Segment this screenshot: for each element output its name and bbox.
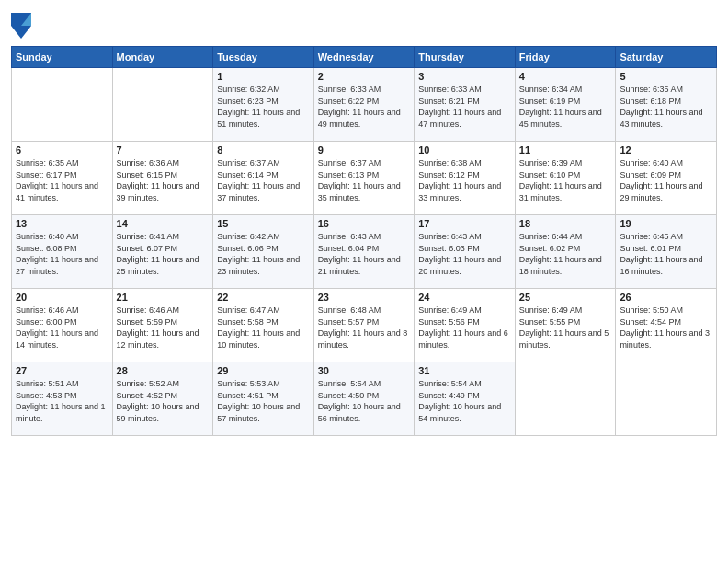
calendar-cell: 5Sunrise: 6:35 AMSunset: 6:18 PMDaylight… [616,68,717,142]
day-detail: Sunrise: 6:35 AMSunset: 6:18 PMDaylight:… [620,84,712,130]
day-of-week-header: Friday [515,47,616,68]
day-detail: Sunrise: 6:38 AMSunset: 6:12 PMDaylight:… [418,157,511,203]
day-number: 1 [217,71,310,82]
day-number: 3 [418,71,511,82]
day-number: 17 [418,218,511,229]
day-number: 20 [16,292,108,303]
calendar-cell: 13Sunrise: 6:40 AMSunset: 6:08 PMDayligh… [12,215,113,289]
day-number: 5 [620,71,712,82]
calendar-cell: 21Sunrise: 6:46 AMSunset: 5:59 PMDayligh… [112,289,213,362]
day-number: 13 [16,218,108,229]
calendar-cell: 6Sunrise: 6:35 AMSunset: 6:17 PMDaylight… [12,142,113,215]
calendar-cell: 17Sunrise: 6:43 AMSunset: 6:03 PMDayligh… [415,215,516,289]
calendar-cell: 18Sunrise: 6:44 AMSunset: 6:02 PMDayligh… [515,215,616,289]
day-detail: Sunrise: 6:46 AMSunset: 5:59 PMDaylight:… [117,304,210,350]
day-number: 12 [620,144,712,155]
day-detail: Sunrise: 6:34 AMSunset: 6:19 PMDaylight:… [519,84,612,130]
day-detail: Sunrise: 5:54 AMSunset: 4:49 PMDaylight:… [418,378,511,424]
calendar-header: SundayMondayTuesdayWednesdayThursdayFrid… [12,47,717,68]
day-of-week-header: Saturday [616,47,717,68]
calendar-cell: 14Sunrise: 6:41 AMSunset: 6:07 PMDayligh… [112,215,213,289]
calendar-cell: 20Sunrise: 6:46 AMSunset: 6:00 PMDayligh… [12,289,113,362]
calendar-cell: 27Sunrise: 5:51 AMSunset: 4:53 PMDayligh… [12,362,113,436]
day-number: 7 [117,144,210,155]
day-detail: Sunrise: 6:41 AMSunset: 6:07 PMDaylight:… [117,231,210,277]
calendar-cell [12,68,113,142]
calendar-cell: 30Sunrise: 5:54 AMSunset: 4:50 PMDayligh… [313,362,415,436]
day-number: 4 [519,71,612,82]
day-number: 30 [318,365,411,376]
calendar-cell: 11Sunrise: 6:39 AMSunset: 6:10 PMDayligh… [515,142,616,215]
day-of-week-header: Wednesday [313,47,415,68]
header-row: SundayMondayTuesdayWednesdayThursdayFrid… [12,47,717,68]
day-detail: Sunrise: 6:44 AMSunset: 6:02 PMDaylight:… [519,231,612,277]
calendar-cell: 22Sunrise: 6:47 AMSunset: 5:58 PMDayligh… [213,289,314,362]
day-detail: Sunrise: 6:37 AMSunset: 6:14 PMDaylight:… [217,157,310,203]
day-detail: Sunrise: 6:47 AMSunset: 5:58 PMDaylight:… [217,304,310,350]
day-number: 2 [318,71,411,82]
calendar-week-row: 13Sunrise: 6:40 AMSunset: 6:08 PMDayligh… [12,215,717,289]
day-detail: Sunrise: 6:33 AMSunset: 6:22 PMDaylight:… [318,84,411,130]
calendar-body: 1Sunrise: 6:32 AMSunset: 6:23 PMDaylight… [12,68,717,436]
day-number: 10 [418,144,511,155]
calendar-cell: 28Sunrise: 5:52 AMSunset: 4:52 PMDayligh… [112,362,213,436]
day-detail: Sunrise: 5:52 AMSunset: 4:52 PMDaylight:… [117,378,210,424]
day-of-week-header: Sunday [12,47,113,68]
day-number: 21 [117,292,210,303]
calendar-cell: 3Sunrise: 6:33 AMSunset: 6:21 PMDaylight… [415,68,516,142]
calendar-week-row: 6Sunrise: 6:35 AMSunset: 6:17 PMDaylight… [12,142,717,215]
calendar-cell: 23Sunrise: 6:48 AMSunset: 5:57 PMDayligh… [313,289,415,362]
day-number: 19 [620,218,712,229]
day-number: 24 [418,292,511,303]
day-of-week-header: Monday [112,47,213,68]
calendar-week-row: 27Sunrise: 5:51 AMSunset: 4:53 PMDayligh… [12,362,717,436]
day-number: 16 [318,218,411,229]
day-number: 9 [318,144,411,155]
calendar-cell [112,68,213,142]
calendar-cell: 2Sunrise: 6:33 AMSunset: 6:22 PMDaylight… [313,68,415,142]
day-of-week-header: Thursday [415,47,516,68]
day-detail: Sunrise: 6:48 AMSunset: 5:57 PMDaylight:… [318,304,411,350]
calendar-cell: 12Sunrise: 6:40 AMSunset: 6:09 PMDayligh… [616,142,717,215]
day-number: 29 [217,365,310,376]
logo-icon [11,13,31,39]
calendar-cell: 24Sunrise: 6:49 AMSunset: 5:56 PMDayligh… [415,289,516,362]
calendar-cell: 10Sunrise: 6:38 AMSunset: 6:12 PMDayligh… [415,142,516,215]
calendar-cell: 26Sunrise: 5:50 AMSunset: 4:54 PMDayligh… [616,289,717,362]
day-detail: Sunrise: 6:49 AMSunset: 5:56 PMDaylight:… [418,304,511,350]
day-number: 14 [117,218,210,229]
day-number: 22 [217,292,310,303]
day-number: 18 [519,218,612,229]
calendar-container: SundayMondayTuesdayWednesdayThursdayFrid… [0,0,728,563]
day-detail: Sunrise: 5:50 AMSunset: 4:54 PMDaylight:… [620,304,712,350]
calendar-cell: 4Sunrise: 6:34 AMSunset: 6:19 PMDaylight… [515,68,616,142]
day-number: 25 [519,292,612,303]
calendar-week-row: 1Sunrise: 6:32 AMSunset: 6:23 PMDaylight… [12,68,717,142]
day-detail: Sunrise: 6:49 AMSunset: 5:55 PMDaylight:… [519,304,612,350]
calendar-cell: 1Sunrise: 6:32 AMSunset: 6:23 PMDaylight… [213,68,314,142]
day-detail: Sunrise: 6:37 AMSunset: 6:13 PMDaylight:… [318,157,411,203]
day-number: 8 [217,144,310,155]
day-detail: Sunrise: 6:36 AMSunset: 6:15 PMDaylight:… [117,157,210,203]
day-number: 27 [16,365,108,376]
day-number: 11 [519,144,612,155]
day-number: 15 [217,218,310,229]
day-detail: Sunrise: 6:43 AMSunset: 6:04 PMDaylight:… [318,231,411,277]
day-detail: Sunrise: 6:33 AMSunset: 6:21 PMDaylight:… [418,84,511,130]
day-number: 28 [117,365,210,376]
logo [11,13,35,39]
day-detail: Sunrise: 6:32 AMSunset: 6:23 PMDaylight:… [217,84,310,130]
day-detail: Sunrise: 6:35 AMSunset: 6:17 PMDaylight:… [16,157,108,203]
day-detail: Sunrise: 6:45 AMSunset: 6:01 PMDaylight:… [620,231,712,277]
day-detail: Sunrise: 6:43 AMSunset: 6:03 PMDaylight:… [418,231,511,277]
calendar-cell [616,362,717,436]
day-of-week-header: Tuesday [213,47,314,68]
calendar-cell: 19Sunrise: 6:45 AMSunset: 6:01 PMDayligh… [616,215,717,289]
day-number: 23 [318,292,411,303]
header [11,9,717,39]
calendar-cell: 8Sunrise: 6:37 AMSunset: 6:14 PMDaylight… [213,142,314,215]
calendar-cell: 31Sunrise: 5:54 AMSunset: 4:49 PMDayligh… [415,362,516,436]
day-detail: Sunrise: 5:53 AMSunset: 4:51 PMDaylight:… [217,378,310,424]
day-detail: Sunrise: 6:42 AMSunset: 6:06 PMDaylight:… [217,231,310,277]
calendar-cell: 15Sunrise: 6:42 AMSunset: 6:06 PMDayligh… [213,215,314,289]
